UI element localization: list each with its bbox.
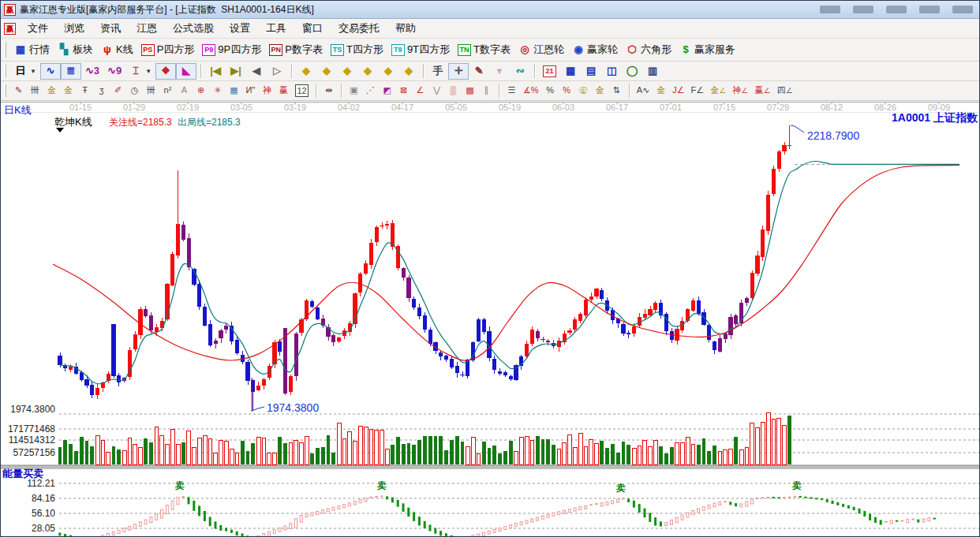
ying-button[interactable]: 赢 bbox=[275, 84, 292, 98]
comb-button[interactable]: 卌 bbox=[27, 84, 43, 98]
shen-angle-button[interactable]: 神∠ bbox=[729, 84, 751, 98]
9p-square-button[interactable]: P99P四方形 bbox=[198, 41, 265, 58]
save-button[interactable]: ◫ bbox=[601, 63, 622, 80]
angle-pct-button[interactable]: ∡% bbox=[520, 84, 542, 98]
t-table-button[interactable]: TNT数字表 bbox=[454, 41, 514, 58]
gold-lines-button[interactable]: 金 bbox=[592, 84, 608, 98]
menu-item-9[interactable]: 帮助 bbox=[387, 20, 424, 37]
angle-lines-button[interactable]: ∠ bbox=[412, 84, 428, 98]
menu-item-3[interactable]: 江恩 bbox=[129, 20, 165, 37]
hexagon-button[interactable]: ⬡六角形 bbox=[622, 41, 675, 58]
j-angle-button[interactable]: J∠ bbox=[669, 84, 687, 98]
pattern-red-button[interactable]: ❖ bbox=[155, 63, 176, 80]
candle-type-button[interactable]: ⌶▼ bbox=[125, 63, 155, 80]
h-measure-button[interactable]: ⇹ bbox=[320, 84, 337, 98]
menu-item-1[interactable]: 浏览 bbox=[56, 20, 92, 37]
network-button[interactable]: ◯ bbox=[622, 63, 642, 80]
pct-line-button[interactable]: % bbox=[559, 84, 575, 98]
calculator-button[interactable]: ▦ bbox=[560, 63, 581, 80]
gold-comb-1-button[interactable]: 金 bbox=[43, 84, 60, 98]
computer-button[interactable]: ▥ bbox=[642, 63, 663, 80]
nav-next-button[interactable]: ▷ bbox=[267, 63, 287, 80]
notes-button[interactable]: ▤ bbox=[581, 63, 601, 80]
grid-box-button[interactable]: ▩ bbox=[462, 84, 478, 98]
hand-button[interactable]: 手 bbox=[428, 63, 448, 80]
zoom-left-button[interactable]: ◆ bbox=[296, 63, 316, 80]
zoom-right-button[interactable]: ◆ bbox=[316, 63, 337, 80]
updown-pen-button[interactable]: ⇅ bbox=[608, 84, 625, 98]
gold-circle-button[interactable]: ㊎ bbox=[575, 84, 592, 98]
window-control-2[interactable] bbox=[886, 6, 907, 13]
clock-button[interactable]: ◷ bbox=[126, 84, 143, 98]
toolbar-grip[interactable] bbox=[4, 65, 6, 78]
menu-logo-icon[interactable]: 赢 bbox=[4, 23, 16, 35]
grid-target-button[interactable]: ▦ bbox=[226, 84, 242, 98]
toolbar-grip[interactable] bbox=[4, 42, 6, 58]
window-control-1[interactable] bbox=[853, 6, 873, 13]
wave-3-button[interactable]: ∿3 bbox=[81, 63, 103, 80]
crosshair-button[interactable]: ✛ bbox=[448, 63, 469, 80]
trend-wave-button[interactable]: ∿ bbox=[40, 63, 61, 80]
window-controls[interactable] bbox=[820, 6, 973, 13]
winner-wheel-button[interactable]: ◉赢家轮 bbox=[568, 41, 622, 58]
spiral-button[interactable]: ʒ bbox=[93, 84, 110, 98]
fan-lines-button[interactable]: ⋰ bbox=[362, 84, 379, 98]
period-day-dropdown-arrow[interactable]: ▼ bbox=[30, 68, 36, 75]
menu-item-0[interactable]: 文件 bbox=[20, 20, 56, 37]
sectors-button[interactable]: ▚板块 bbox=[54, 41, 97, 58]
nav-last-button[interactable]: ▶| bbox=[226, 63, 246, 80]
zoom-fit-button[interactable]: ◆ bbox=[398, 63, 419, 80]
gold-slash-button[interactable]: 金 bbox=[653, 84, 669, 98]
zoom-in-button[interactable]: ◆ bbox=[357, 63, 378, 80]
calendar-12-button[interactable]: 12 bbox=[292, 84, 312, 98]
star-web-button[interactable]: ✳ bbox=[209, 84, 226, 98]
wave-9-button[interactable]: ∿9 bbox=[103, 63, 125, 80]
n-square-button[interactable]: n² bbox=[159, 84, 176, 98]
mark-button[interactable]: ✎ bbox=[469, 63, 489, 80]
box-select-button[interactable]: ▣ bbox=[346, 84, 362, 98]
brain-button[interactable]: ∾ bbox=[510, 63, 530, 80]
zoom-h-button[interactable]: ◆ bbox=[337, 63, 357, 80]
x-box-button[interactable]: ⊠ bbox=[395, 84, 412, 98]
n-mark-button[interactable]: И" bbox=[242, 84, 259, 98]
fan-box-button[interactable]: ◩ bbox=[379, 84, 395, 98]
menu-item-4[interactable]: 公式选股 bbox=[165, 20, 222, 37]
gold-angle-button[interactable]: 金∠ bbox=[707, 84, 729, 98]
nav-prev-button[interactable]: ◀ bbox=[246, 63, 267, 80]
channel-button[interactable]: ∥ bbox=[478, 84, 495, 98]
a-wave-button[interactable]: A∿ bbox=[634, 84, 653, 98]
menu-item-6[interactable]: 工具 bbox=[258, 20, 294, 37]
f-template-button[interactable]: Ŧ bbox=[77, 84, 93, 98]
vol-hist-button[interactable]: ◣ bbox=[176, 63, 196, 80]
period-day-button[interactable]: 日▼ bbox=[10, 63, 40, 80]
t-square-button[interactable]: TST四方形 bbox=[327, 41, 387, 58]
quotes-button[interactable]: ▦行情 bbox=[10, 41, 54, 58]
winner-service-button[interactable]: $赢家服务 bbox=[675, 41, 739, 58]
candle-type-dropdown-arrow[interactable]: ▼ bbox=[145, 68, 151, 75]
chart-canvas[interactable]: 01-1501-2902-1903-0503-1904-0204-1705-05… bbox=[1, 101, 980, 537]
menu-item-7[interactable]: 窗口 bbox=[294, 20, 331, 37]
p-square-button[interactable]: PSP四方形 bbox=[137, 41, 199, 58]
9t-square-button[interactable]: T99T四方形 bbox=[387, 41, 454, 58]
v-lines-button[interactable]: ⋁ bbox=[428, 84, 445, 98]
f-angle-button[interactable]: F∠ bbox=[688, 84, 708, 98]
zoom-out-button[interactable]: ◆ bbox=[378, 63, 398, 80]
menu-item-2[interactable]: 资讯 bbox=[92, 20, 129, 37]
menu-item-5[interactable]: 设置 bbox=[222, 20, 258, 37]
list-e-button[interactable]: ☰ bbox=[503, 84, 520, 98]
shen-button[interactable]: 神 bbox=[259, 84, 275, 98]
quote-board-button[interactable]: ≣ bbox=[61, 63, 81, 80]
window-control-4[interactable] bbox=[952, 6, 973, 13]
grid-dots-button[interactable]: ▒ bbox=[445, 84, 462, 98]
gift-button[interactable]: ♆ bbox=[489, 63, 510, 80]
nav-first-button[interactable]: |◀ bbox=[205, 63, 226, 80]
percent-button[interactable]: % bbox=[542, 84, 559, 98]
pointer-pen-button[interactable]: ✎ bbox=[10, 84, 27, 98]
si-angle-button[interactable]: 四∠ bbox=[774, 84, 796, 98]
menu-item-8[interactable]: 交易委托 bbox=[331, 20, 387, 37]
ying-angle-button[interactable]: 赢∠ bbox=[752, 84, 774, 98]
comb-2-button[interactable]: 卌 bbox=[143, 84, 159, 98]
gold-comb-2-button[interactable]: 金 bbox=[60, 84, 77, 98]
a-line-button[interactable]: A bbox=[176, 84, 193, 98]
calendar-21-button[interactable]: 21 bbox=[539, 64, 560, 79]
